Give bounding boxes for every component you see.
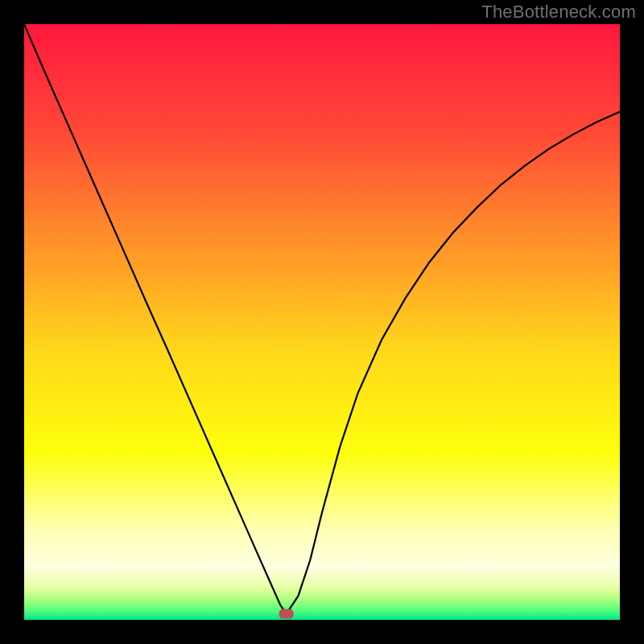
watermark-label: TheBottleneck.com bbox=[481, 2, 636, 23]
chart-background bbox=[24, 24, 620, 620]
plot-area bbox=[24, 24, 620, 620]
chart-frame: TheBottleneck.com bbox=[0, 0, 644, 644]
minimum-marker bbox=[279, 609, 294, 619]
chart-svg bbox=[24, 24, 620, 620]
